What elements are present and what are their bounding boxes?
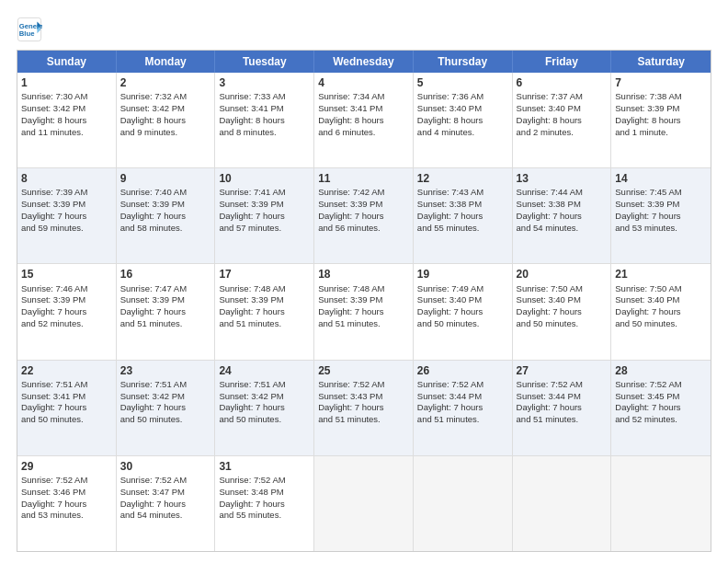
day-info: Sunrise: 7:34 AM	[318, 91, 409, 103]
day-info: Sunrise: 7:51 AM	[219, 379, 310, 391]
cal-week-5: 29Sunrise: 7:52 AMSunset: 3:46 PMDayligh…	[17, 456, 711, 551]
day-info: Sunrise: 7:37 AM	[517, 91, 608, 103]
day-info: Sunset: 3:42 PM	[120, 391, 211, 403]
day-info: Sunrise: 7:45 AM	[615, 187, 707, 199]
day-info: Sunrise: 7:50 AM	[615, 283, 707, 295]
cal-cell: 4Sunrise: 7:34 AMSunset: 3:41 PMDaylight…	[314, 73, 414, 167]
day-info: Sunset: 3:42 PM	[21, 103, 112, 115]
day-info: Sunset: 3:44 PM	[417, 391, 508, 403]
day-info: Sunset: 3:43 PM	[318, 391, 409, 403]
day-info: and 50 minutes.	[21, 414, 112, 426]
day-info: Daylight: 8 hours	[219, 115, 310, 127]
cal-cell: 3Sunrise: 7:33 AMSunset: 3:41 PMDaylight…	[215, 73, 314, 167]
day-number: 13	[517, 171, 608, 186]
day-info: Daylight: 7 hours	[417, 306, 508, 318]
day-info: and 54 minutes.	[517, 223, 608, 235]
cal-cell: 20Sunrise: 7:50 AMSunset: 3:40 PMDayligh…	[513, 264, 612, 359]
cal-cell: 15Sunrise: 7:46 AMSunset: 3:39 PMDayligh…	[17, 264, 117, 359]
day-info: Sunset: 3:41 PM	[21, 391, 112, 403]
day-info: and 9 minutes.	[120, 127, 211, 139]
day-info: Daylight: 7 hours	[120, 306, 211, 318]
day-info: and 4 minutes.	[417, 127, 508, 139]
cal-cell: 30Sunrise: 7:52 AMSunset: 3:47 PMDayligh…	[117, 456, 216, 551]
day-number: 22	[21, 363, 112, 378]
day-number: 10	[219, 171, 310, 186]
header: General Blue	[17, 17, 711, 42]
day-number: 9	[120, 171, 211, 186]
day-info: Sunrise: 7:38 AM	[615, 91, 707, 103]
day-info: Sunset: 3:39 PM	[615, 199, 707, 211]
cal-cell: 24Sunrise: 7:51 AMSunset: 3:42 PMDayligh…	[215, 361, 314, 455]
day-info: Daylight: 7 hours	[120, 211, 211, 223]
day-info: Sunrise: 7:33 AM	[219, 91, 310, 103]
cal-cell: 14Sunrise: 7:45 AMSunset: 3:39 PMDayligh…	[611, 168, 711, 263]
cal-cell: 18Sunrise: 7:48 AMSunset: 3:39 PMDayligh…	[314, 264, 414, 359]
calendar: SundayMondayTuesdayWednesdayThursdayFrid…	[17, 50, 711, 552]
day-info: Sunrise: 7:52 AM	[219, 475, 310, 487]
day-info: Daylight: 8 hours	[517, 115, 608, 127]
day-info: Sunset: 3:42 PM	[219, 391, 310, 403]
day-info: and 52 minutes.	[21, 318, 112, 330]
day-info: Sunrise: 7:52 AM	[21, 475, 112, 487]
day-info: Daylight: 7 hours	[21, 499, 112, 511]
day-info: and 50 minutes.	[417, 318, 508, 330]
day-number: 30	[120, 459, 211, 474]
day-info: Sunrise: 7:36 AM	[417, 91, 508, 103]
day-info: Sunset: 3:48 PM	[219, 487, 310, 499]
day-info: Sunset: 3:45 PM	[615, 391, 707, 403]
day-info: Sunrise: 7:40 AM	[120, 187, 211, 199]
day-info: Daylight: 8 hours	[417, 115, 508, 127]
day-info: Sunrise: 7:41 AM	[219, 187, 310, 199]
day-number: 7	[615, 75, 707, 90]
cal-cell: 28Sunrise: 7:52 AMSunset: 3:45 PMDayligh…	[611, 361, 711, 455]
logo: General Blue	[17, 17, 46, 42]
day-info: Sunset: 3:39 PM	[120, 199, 211, 211]
day-number: 20	[517, 267, 608, 282]
day-number: 3	[219, 75, 310, 90]
day-info: Daylight: 7 hours	[21, 402, 112, 414]
svg-text:Blue: Blue	[19, 29, 35, 38]
cal-cell: 8Sunrise: 7:39 AMSunset: 3:39 PMDaylight…	[17, 168, 117, 263]
cal-cell: 25Sunrise: 7:52 AMSunset: 3:43 PMDayligh…	[314, 361, 414, 455]
day-info: Sunrise: 7:52 AM	[615, 379, 707, 391]
logo-icon: General Blue	[17, 17, 42, 42]
day-number: 1	[21, 75, 112, 90]
day-number: 15	[21, 267, 112, 282]
day-info: Sunrise: 7:51 AM	[21, 379, 112, 391]
day-info: and 53 minutes.	[21, 510, 112, 522]
day-info: and 51 minutes.	[318, 318, 409, 330]
day-info: and 50 minutes.	[517, 318, 608, 330]
day-number: 2	[120, 75, 211, 90]
day-info: Sunrise: 7:46 AM	[21, 283, 112, 295]
cal-cell	[611, 456, 711, 551]
day-info: and 55 minutes.	[219, 510, 310, 522]
day-info: Sunrise: 7:52 AM	[517, 379, 608, 391]
cal-cell: 19Sunrise: 7:49 AMSunset: 3:40 PMDayligh…	[414, 264, 513, 359]
day-info: Sunrise: 7:30 AM	[21, 91, 112, 103]
day-info: and 8 minutes.	[219, 127, 310, 139]
day-info: and 51 minutes.	[517, 414, 608, 426]
day-info: Daylight: 7 hours	[219, 499, 310, 511]
day-info: Daylight: 7 hours	[615, 402, 707, 414]
day-number: 21	[615, 267, 707, 282]
day-info: Daylight: 8 hours	[318, 115, 409, 127]
day-info: Sunset: 3:38 PM	[417, 199, 508, 211]
cal-week-4: 22Sunrise: 7:51 AMSunset: 3:41 PMDayligh…	[17, 361, 711, 456]
cal-cell: 10Sunrise: 7:41 AMSunset: 3:39 PMDayligh…	[215, 168, 314, 263]
day-info: and 50 minutes.	[615, 318, 707, 330]
day-info: Daylight: 7 hours	[417, 402, 508, 414]
cal-cell: 21Sunrise: 7:50 AMSunset: 3:40 PMDayligh…	[611, 264, 711, 359]
day-info: Daylight: 8 hours	[120, 115, 211, 127]
day-info: and 2 minutes.	[517, 127, 608, 139]
cal-header-tuesday: Tuesday	[215, 51, 314, 73]
day-info: and 51 minutes.	[120, 318, 211, 330]
day-info: and 59 minutes.	[21, 223, 112, 235]
cal-cell: 1Sunrise: 7:30 AMSunset: 3:42 PMDaylight…	[17, 73, 117, 167]
day-info: Sunset: 3:39 PM	[21, 294, 112, 306]
cal-header-thursday: Thursday	[414, 51, 513, 73]
day-number: 8	[21, 171, 112, 186]
day-info: and 52 minutes.	[615, 414, 707, 426]
day-info: Daylight: 7 hours	[615, 306, 707, 318]
day-info: and 1 minute.	[615, 127, 707, 139]
cal-cell: 9Sunrise: 7:40 AMSunset: 3:39 PMDaylight…	[117, 168, 216, 263]
